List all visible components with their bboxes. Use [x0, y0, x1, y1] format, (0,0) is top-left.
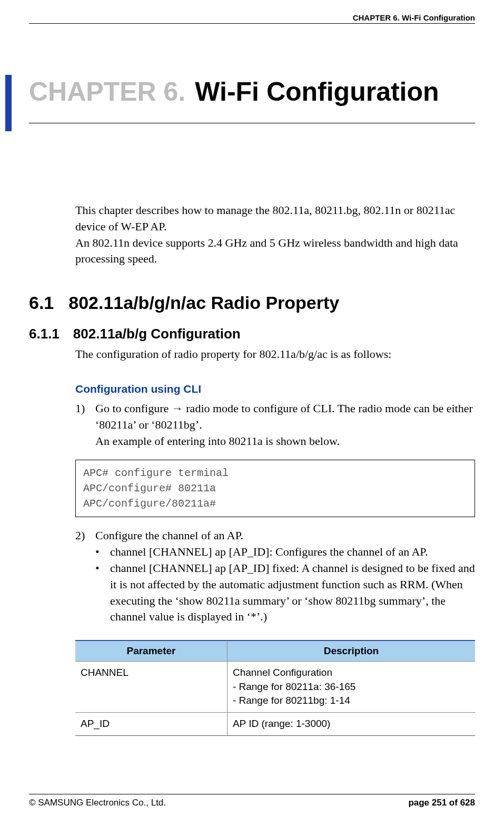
- step-2: 2) Configure the channel of an AP.: [75, 528, 475, 544]
- page-footer: © SAMSUNG Electronics Co., Ltd. page 251…: [29, 794, 475, 808]
- intro-paragraph-2: An 802.11n device supports 2.4 GHz and 5…: [75, 235, 475, 268]
- chapter-number: CHAPTER 6.: [29, 77, 185, 106]
- cli-heading: Configuration using CLI: [75, 383, 475, 395]
- chapter-intro: This chapter describes how to manage the…: [75, 202, 475, 267]
- bullet-list: • channel [CHANNEL] ap [AP_ID]: Configur…: [95, 544, 475, 625]
- chapter-accent-bar: [5, 75, 12, 131]
- section-heading-6-1: 6.1802.11a/b/g/n/ac Radio Property: [29, 293, 475, 313]
- list-item: • channel [CHANNEL] ap [AP_ID]: Configur…: [95, 544, 475, 560]
- subsection-title: 802.11a/b/g Configuration: [73, 326, 241, 342]
- table-row: CHANNEL Channel Configuration - Range fo…: [75, 662, 475, 713]
- bullet-icon: •: [95, 544, 110, 560]
- section-title: 802.11a/b/g/n/ac Radio Property: [68, 293, 339, 313]
- step-text: Configure the channel of an AP.: [95, 528, 475, 544]
- bullet-text: channel [CHANNEL] ap [AP_ID]: Configures…: [110, 544, 475, 560]
- header-chapter-label: CHAPTER 6. Wi-Fi Configuration: [353, 13, 475, 22]
- copyright: © SAMSUNG Electronics Co., Ltd.: [29, 798, 166, 808]
- chapter-heading-block: CHAPTER 6.Wi-Fi Configuration: [29, 76, 475, 123]
- cell-parameter: AP_ID: [75, 712, 227, 735]
- table-row: AP_ID AP ID (range: 1-3000): [75, 712, 475, 735]
- chapter-title: Wi-Fi Configuration: [195, 77, 439, 106]
- step-1: 1) Go to configure → radio mode to confi…: [75, 401, 475, 433]
- section-number: 6.1: [29, 293, 54, 313]
- list-item: • channel [CHANNEL] ap [AP_ID] fixed: A …: [95, 560, 475, 625]
- page-number: page 251 of 628: [408, 798, 475, 808]
- subsection-number: 6.1.1: [29, 326, 60, 342]
- subsection-intro: The configuration of radio property for …: [75, 346, 475, 363]
- bullet-icon: •: [95, 560, 110, 625]
- code-block: APC# configure terminal APC/configure# 8…: [75, 460, 475, 517]
- page-header: CHAPTER 6. Wi-Fi Configuration: [29, 13, 475, 24]
- table-header-row: Parameter Description: [75, 640, 475, 662]
- cell-parameter: CHANNEL: [75, 662, 227, 713]
- bullet-text: channel [CHANNEL] ap [AP_ID] fixed: A ch…: [110, 560, 475, 625]
- step-number: 2): [75, 528, 95, 544]
- cell-description: Channel Configuration - Range for 80211a…: [227, 662, 475, 713]
- cell-description: AP ID (range: 1-3000): [227, 712, 475, 735]
- column-header-description: Description: [227, 640, 475, 662]
- intro-paragraph-1: This chapter describes how to manage the…: [75, 202, 475, 235]
- step-text: Go to configure → radio mode to configur…: [95, 401, 475, 433]
- step-1-continued: An example of entering into 80211a is sh…: [95, 433, 475, 450]
- step-number: 1): [75, 401, 95, 433]
- parameter-table: Parameter Description CHANNEL Channel Co…: [75, 640, 475, 735]
- column-header-parameter: Parameter: [75, 640, 227, 662]
- subsection-heading-6-1-1: 6.1.1802.11a/b/g Configuration: [29, 326, 475, 342]
